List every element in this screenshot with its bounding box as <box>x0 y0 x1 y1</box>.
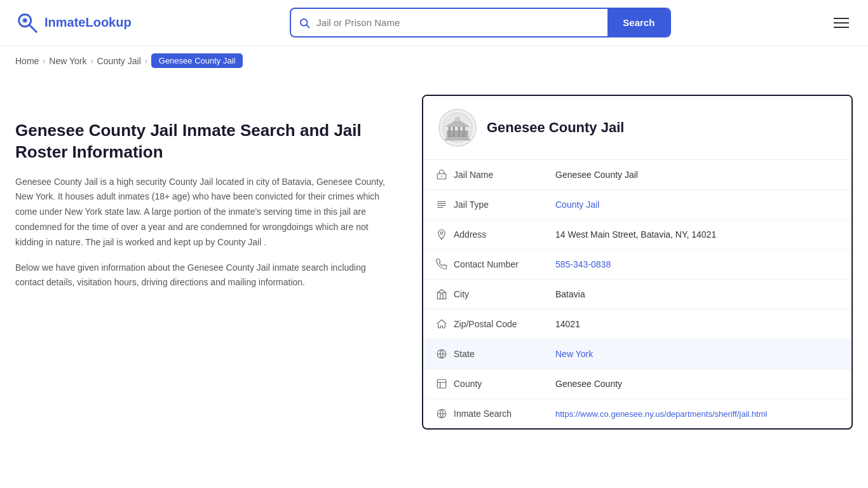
row-zip: Zip/Postal Code 14021 <box>423 309 851 339</box>
city-icon <box>436 288 454 300</box>
logo-text: InmateLookup <box>44 15 132 30</box>
search-input[interactable] <box>316 10 607 36</box>
chevron-icon-2: › <box>91 57 93 65</box>
info-table: Jail Name Genesee County Jail Jail Type <box>423 160 851 428</box>
svg-point-22 <box>440 232 443 234</box>
jail-type-label: Jail Type <box>454 200 555 210</box>
address-label: Address <box>454 229 555 240</box>
breadcrumb: Home › New York › County Jail › Genesee … <box>0 46 868 76</box>
svg-rect-11 <box>463 126 465 137</box>
contact-link[interactable]: 585-343-0838 <box>555 259 611 269</box>
svg-rect-9 <box>453 126 455 137</box>
zip-value: 14021 <box>555 319 839 329</box>
chevron-icon-3: › <box>145 57 147 65</box>
hamburger-line-3 <box>834 27 849 28</box>
county-icon <box>436 378 454 390</box>
breadcrumb-current: Genesee County Jail <box>151 53 243 68</box>
city-value: Batavia <box>555 289 839 299</box>
description-paragraph-2: Below we have given information about th… <box>15 261 397 291</box>
svg-rect-8 <box>449 126 451 137</box>
card-jail-name: Genesee County Jail <box>487 119 624 136</box>
left-column: Genesee County Jail Inmate Search and Ja… <box>15 95 422 301</box>
svg-line-5 <box>307 25 309 27</box>
svg-point-3 <box>23 18 27 22</box>
address-value: 14 West Main Street, Batavia, NY, 14021 <box>555 229 839 240</box>
row-city: City Batavia <box>423 280 851 309</box>
phone-icon <box>436 259 454 270</box>
svg-point-13 <box>455 117 460 121</box>
jail-name-value: Genesee County Jail <box>555 170 839 180</box>
jail-name-label: Jail Name <box>454 170 555 180</box>
inmate-search-value: https://www.co.genesee.ny.us/departments… <box>555 409 839 419</box>
chevron-icon-1: › <box>43 57 45 65</box>
page-title: Genesee County Jail Inmate Search and Ja… <box>15 120 397 163</box>
svg-rect-14 <box>446 137 470 139</box>
search-wrapper: Search <box>290 8 671 37</box>
jail-info-card: Genesee County Jail Jail Name Genesee Co… <box>422 95 853 430</box>
svg-rect-10 <box>458 126 460 137</box>
hamburger-menu[interactable] <box>830 14 853 32</box>
jail-icon <box>436 169 454 180</box>
state-label: State <box>454 349 555 359</box>
right-column: Genesee County Jail Jail Name Genesee Co… <box>422 95 853 430</box>
row-inmate-search: Inmate Search https://www.co.genesee.ny.… <box>423 399 851 428</box>
description-paragraph-1: Genesee County Jail is a high security C… <box>15 175 397 250</box>
site-header: InmateLookup Search <box>0 0 868 46</box>
jail-type-value: County Jail <box>555 200 839 210</box>
jail-type-icon <box>436 199 454 210</box>
breadcrumb-state[interactable]: New York <box>49 56 86 66</box>
county-value: Genesee County <box>555 379 839 389</box>
inmate-search-link[interactable]: https://www.co.genesee.ny.us/departments… <box>555 409 767 419</box>
state-value: New York <box>555 349 839 359</box>
city-label: City <box>454 289 555 299</box>
search-icon <box>291 17 316 29</box>
row-state: State New York <box>423 339 851 369</box>
inmate-search-icon <box>436 408 454 419</box>
contact-value: 585-343-0838 <box>555 259 839 269</box>
inmate-search-label: Inmate Search <box>454 409 555 419</box>
row-jail-type: Jail Type County Jail <box>423 190 851 220</box>
state-link[interactable]: New York <box>555 349 593 359</box>
row-county: County Genesee County <box>423 369 851 399</box>
svg-rect-26 <box>437 379 446 388</box>
state-icon <box>436 348 454 360</box>
site-logo[interactable]: InmateLookup <box>15 11 132 35</box>
main-content: Genesee County Jail Inmate Search and Ja… <box>0 76 868 468</box>
zip-icon <box>436 318 454 330</box>
hamburger-line-2 <box>834 22 849 24</box>
card-header: Genesee County Jail <box>423 96 851 160</box>
logo-icon <box>15 11 39 35</box>
row-contact: Contact Number 585-343-0838 <box>423 250 851 280</box>
breadcrumb-home[interactable]: Home <box>15 56 39 66</box>
contact-label: Contact Number <box>454 259 555 269</box>
jail-type-link[interactable]: County Jail <box>555 200 599 210</box>
address-icon <box>436 229 454 240</box>
svg-line-2 <box>29 24 36 31</box>
breadcrumb-category[interactable]: County Jail <box>97 56 141 66</box>
zip-label: Zip/Postal Code <box>454 319 555 329</box>
svg-rect-23 <box>437 293 446 299</box>
county-label: County <box>454 379 555 389</box>
search-button[interactable]: Search <box>607 9 670 36</box>
jail-avatar <box>438 109 477 147</box>
search-area: Search <box>290 8 671 37</box>
hamburger-line-1 <box>834 18 849 19</box>
row-address: Address 14 West Main Street, Batavia, NY… <box>423 220 851 250</box>
svg-rect-15 <box>445 139 470 141</box>
row-jail-name: Jail Name Genesee County Jail <box>423 160 851 190</box>
